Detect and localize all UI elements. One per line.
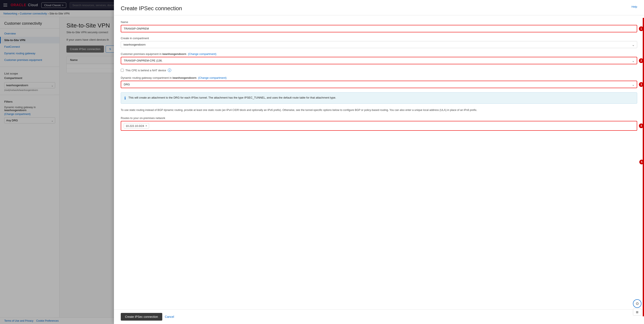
nat-checkbox-row: This CPE is behind a NAT device i: [121, 68, 637, 72]
route-tag: 10.222.10.0/24 ×: [124, 123, 149, 129]
route-value: 10.222.10.0/24: [126, 124, 144, 127]
cpe-label: Customer-premises equipment in iwanhooge…: [121, 52, 637, 55]
name-input[interactable]: [121, 25, 637, 32]
drg-compartment-label: Dynamic routing gateway compartment in i…: [121, 76, 637, 79]
routes-form-group: Routes to your on-premises network 10.22…: [121, 116, 637, 131]
scroll-indicator: [643, 18, 644, 316]
create-compartment-select[interactable]: iwanhoogendoorn: [121, 41, 637, 48]
create-ipsec-button[interactable]: Create IPSec connection: [121, 313, 162, 321]
cpe-change-compartment-link[interactable]: (Change compartment): [188, 52, 216, 55]
name-form-group: Name 1: [121, 20, 637, 32]
nat-label: This CPE is behind a NAT device: [126, 69, 166, 72]
cpe-select[interactable]: TRANSIP-ONPREM-CPE (136.: [121, 57, 637, 64]
routes-label: Routes to your on-premises network: [121, 116, 637, 120]
modal-title: Create IPSec connection: [121, 5, 182, 12]
create-compartment-form-group: Create in compartment iwanhoogendoorn: [121, 37, 637, 48]
modal-overlay: Create IPSec connection Help Name 1 Crea…: [0, 0, 644, 323]
step-5-badge: 5: [639, 160, 644, 164]
nat-checkbox[interactable]: [121, 69, 124, 72]
support-button[interactable]: ⊙: [633, 299, 642, 308]
modal-footer: Create IPSec connection Cancel: [114, 309, 644, 323]
cpe-form-group: Customer-premises equipment in iwanhooge…: [121, 52, 637, 64]
routing-text: To use static routing instead of BGP dyn…: [121, 108, 637, 112]
drg-change-compartment-link[interactable]: (Change compartment): [198, 76, 226, 79]
cancel-button[interactable]: Cancel: [165, 315, 174, 319]
name-label: Name: [121, 20, 637, 24]
info-box: ℹ This will create an attachment to the …: [121, 92, 637, 104]
drg-select[interactable]: DRG: [121, 81, 637, 88]
drg-form-group: Dynamic routing gateway compartment in i…: [121, 76, 637, 88]
info-box-icon: ℹ: [124, 96, 126, 100]
modal-body: Name 1 Create in compartment iwanhoogend…: [114, 15, 644, 309]
info-box-text: This will create an attachment to the DR…: [128, 96, 336, 100]
support-grid-button[interactable]: ⊞: [633, 309, 642, 316]
modal-header: Create IPSec connection Help: [114, 0, 644, 15]
route-remove-button[interactable]: ×: [146, 124, 147, 127]
modal-panel: Create IPSec connection Help Name 1 Crea…: [114, 0, 644, 323]
nat-info-icon[interactable]: i: [168, 68, 171, 72]
help-link[interactable]: Help: [632, 5, 637, 8]
create-compartment-label: Create in compartment: [121, 37, 637, 40]
routes-field[interactable]: 10.222.10.0/24 ×: [121, 121, 637, 131]
support-widget: ⊙ ⊞: [633, 299, 642, 316]
